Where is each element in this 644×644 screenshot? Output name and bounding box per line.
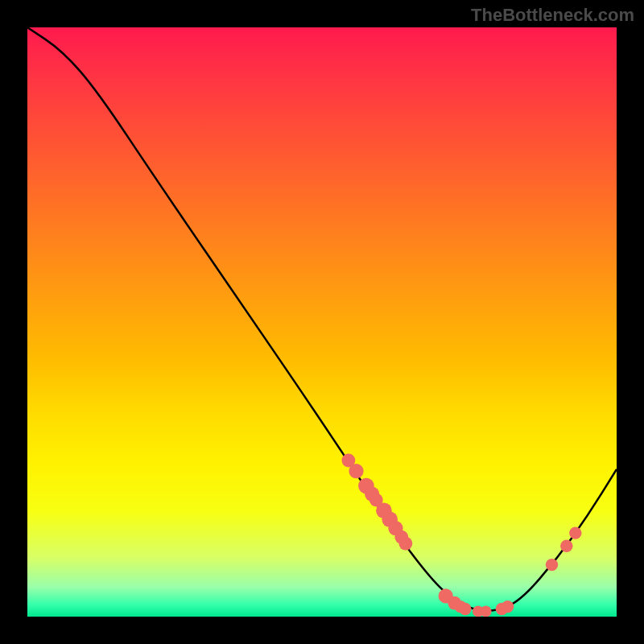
- data-point: [569, 526, 581, 539]
- data-point: [560, 540, 572, 552]
- data-point: [459, 603, 471, 615]
- plot-area: [27, 27, 617, 617]
- data-point: [481, 605, 492, 617]
- watermark-text: TheBottleneck.com: [471, 5, 634, 26]
- data-point: [546, 559, 558, 571]
- data-point: [349, 464, 363, 478]
- data-point: [502, 601, 514, 613]
- data-point: [399, 537, 413, 551]
- chart-container: TheBottleneck.com: [0, 0, 644, 644]
- data-points: [342, 454, 582, 617]
- chart-svg: [27, 27, 617, 617]
- curve-line: [27, 27, 617, 611]
